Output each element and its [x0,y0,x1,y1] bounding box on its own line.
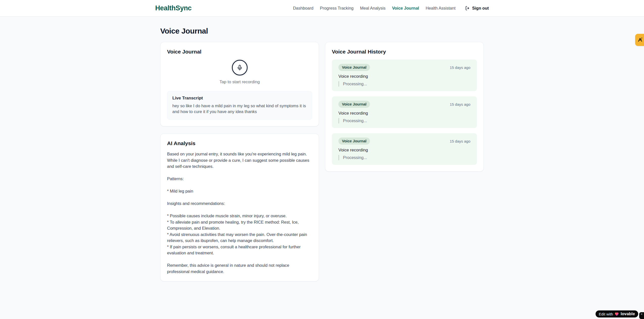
main-nav: Dashboard Progress Tracking Meal Analysi… [293,6,489,11]
log-out-icon [465,6,470,11]
entry-label: Voice recording [338,111,470,116]
lovable-brand-label: lovable [621,312,635,316]
lovable-badge-group: Edit with lovable × [596,310,644,319]
entry-type-badge: Voice Journal [338,101,370,108]
history-entry-header: Voice Journal 15 days ago [338,138,470,145]
ai-analysis-title: AI Analysis [167,140,312,146]
record-button[interactable] [232,60,248,75]
entry-timestamp: 15 days ago [450,65,470,70]
top-navigation-inner: HealthSync Dashboard Progress Tracking M… [155,0,489,16]
history-list: Voice Journal 15 days ago Voice recordin… [332,60,477,165]
entry-label: Voice recording [338,148,470,153]
mic-icon [237,65,243,71]
history-card-title: Voice Journal History [332,49,477,55]
left-column: Voice Journal Tap to start recording [160,42,319,281]
nav-item-dashboard[interactable]: Dashboard [293,6,313,11]
extension-a-logo-icon [637,37,643,43]
sign-out-button[interactable]: Sign out [465,6,489,11]
top-navigation-bar: HealthSync Dashboard Progress Tracking M… [0,0,644,17]
live-transcript-box: Live Transcript hey so like I do have a … [167,91,312,120]
main-content: Voice Journal Voice Journal [160,17,484,281]
entry-timestamp: 15 days ago [450,139,470,143]
nav-item-voice-journal[interactable]: Voice Journal [392,6,419,11]
content-grid: Voice Journal Tap to start recording [160,42,484,281]
ai-analysis-body: Based on your journal entry, it sounds l… [167,151,312,275]
browser-extension-tab[interactable] [635,34,644,46]
page-title: Voice Journal [160,27,484,35]
entry-label: Voice recording [338,74,470,79]
history-entry: Voice Journal 15 days ago Voice recordin… [332,96,477,128]
gradient-heart-icon [615,312,619,316]
right-column: Voice Journal History Voice Journal 15 d… [325,42,484,172]
recorder-card-title: Voice Journal [167,49,312,55]
live-transcript-title: Live Transcript [172,96,307,101]
entry-status: Processing... [338,81,470,87]
recorder-area: Tap to start recording [167,60,312,85]
history-entry-header: Voice Journal 15 days ago [338,101,470,108]
entry-type-badge: Voice Journal [338,138,370,145]
edit-with-label: Edit with [599,312,613,316]
app-logo[interactable]: HealthSync [155,4,192,12]
live-transcript-text: hey so like I do have a mild pain in my … [172,103,307,115]
history-entry-header: Voice Journal 15 days ago [338,64,470,71]
history-entry: Voice Journal 15 days ago Voice recordin… [332,60,477,91]
entry-timestamp: 15 days ago [450,102,470,107]
sign-out-label: Sign out [472,6,489,11]
ai-analysis-card: AI Analysis Based on your journal entry,… [160,134,319,281]
entry-status: Processing... [338,118,470,123]
nav-item-progress-tracking[interactable]: Progress Tracking [320,6,354,11]
voice-recorder-card: Voice Journal Tap to start recording [160,42,319,126]
edit-with-lovable-button[interactable]: Edit with lovable [596,310,638,317]
tap-to-record-hint: Tap to start recording [167,79,312,85]
nav-item-meal-analysis[interactable]: Meal Analysis [360,6,386,11]
entry-status: Processing... [338,155,470,160]
lovable-close-button[interactable]: × [639,312,644,319]
entry-type-badge: Voice Journal [338,64,370,71]
history-entry: Voice Journal 15 days ago Voice recordin… [332,133,477,165]
voice-journal-history-card: Voice Journal History Voice Journal 15 d… [325,42,484,172]
nav-item-health-assistant[interactable]: Health Assistant [426,6,455,11]
